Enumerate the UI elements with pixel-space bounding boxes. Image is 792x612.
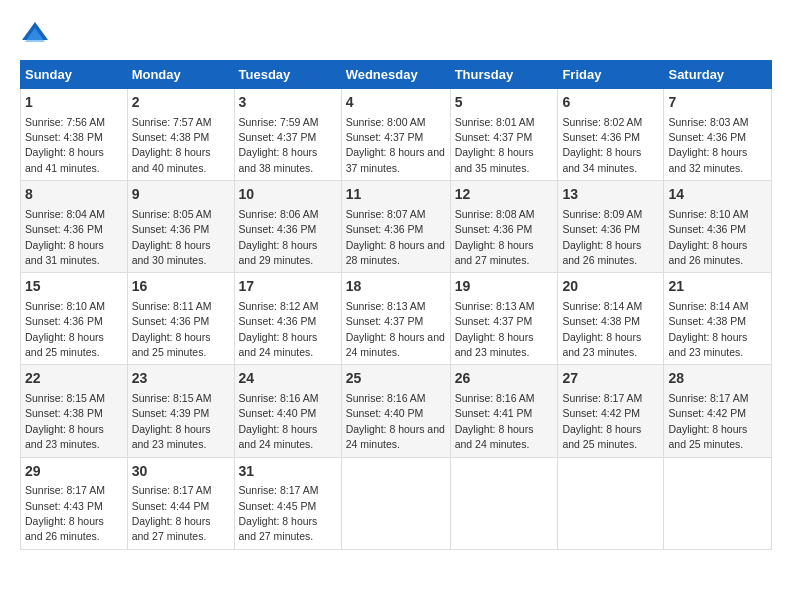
day-number: 15 xyxy=(25,277,123,297)
day-number: 8 xyxy=(25,185,123,205)
day-number: 2 xyxy=(132,93,230,113)
day-number: 5 xyxy=(455,93,554,113)
calendar-week-row: 15 Sunrise: 8:10 AMSunset: 4:36 PMDaylig… xyxy=(21,273,772,365)
day-number: 20 xyxy=(562,277,659,297)
day-info: Sunrise: 8:16 AMSunset: 4:40 PMDaylight:… xyxy=(239,392,319,450)
day-info: Sunrise: 8:14 AMSunset: 4:38 PMDaylight:… xyxy=(668,300,748,358)
day-number: 28 xyxy=(668,369,767,389)
calendar-cell: 22 Sunrise: 8:15 AMSunset: 4:38 PMDaylig… xyxy=(21,365,128,457)
col-header-sunday: Sunday xyxy=(21,61,128,89)
day-info: Sunrise: 8:15 AMSunset: 4:39 PMDaylight:… xyxy=(132,392,212,450)
day-info: Sunrise: 8:04 AMSunset: 4:36 PMDaylight:… xyxy=(25,208,105,266)
day-number: 24 xyxy=(239,369,337,389)
day-info: Sunrise: 8:00 AMSunset: 4:37 PMDaylight:… xyxy=(346,116,445,174)
day-info: Sunrise: 8:13 AMSunset: 4:37 PMDaylight:… xyxy=(346,300,445,358)
day-number: 26 xyxy=(455,369,554,389)
calendar-cell xyxy=(664,457,772,549)
page-header xyxy=(20,20,772,50)
day-number: 12 xyxy=(455,185,554,205)
day-info: Sunrise: 8:17 AMSunset: 4:43 PMDaylight:… xyxy=(25,484,105,542)
day-number: 29 xyxy=(25,462,123,482)
calendar-cell: 7 Sunrise: 8:03 AMSunset: 4:36 PMDayligh… xyxy=(664,89,772,181)
day-info: Sunrise: 8:06 AMSunset: 4:36 PMDaylight:… xyxy=(239,208,319,266)
calendar-cell: 2 Sunrise: 7:57 AMSunset: 4:38 PMDayligh… xyxy=(127,89,234,181)
day-info: Sunrise: 8:08 AMSunset: 4:36 PMDaylight:… xyxy=(455,208,535,266)
day-info: Sunrise: 8:07 AMSunset: 4:36 PMDaylight:… xyxy=(346,208,445,266)
day-info: Sunrise: 7:57 AMSunset: 4:38 PMDaylight:… xyxy=(132,116,212,174)
day-info: Sunrise: 8:11 AMSunset: 4:36 PMDaylight:… xyxy=(132,300,212,358)
calendar-cell: 26 Sunrise: 8:16 AMSunset: 4:41 PMDaylig… xyxy=(450,365,558,457)
day-info: Sunrise: 7:59 AMSunset: 4:37 PMDaylight:… xyxy=(239,116,319,174)
col-header-thursday: Thursday xyxy=(450,61,558,89)
day-number: 3 xyxy=(239,93,337,113)
calendar-cell: 13 Sunrise: 8:09 AMSunset: 4:36 PMDaylig… xyxy=(558,181,664,273)
calendar-week-row: 1 Sunrise: 7:56 AMSunset: 4:38 PMDayligh… xyxy=(21,89,772,181)
day-number: 19 xyxy=(455,277,554,297)
calendar-cell: 8 Sunrise: 8:04 AMSunset: 4:36 PMDayligh… xyxy=(21,181,128,273)
calendar-cell: 14 Sunrise: 8:10 AMSunset: 4:36 PMDaylig… xyxy=(664,181,772,273)
day-number: 31 xyxy=(239,462,337,482)
calendar-cell xyxy=(341,457,450,549)
calendar-cell: 5 Sunrise: 8:01 AMSunset: 4:37 PMDayligh… xyxy=(450,89,558,181)
col-header-saturday: Saturday xyxy=(664,61,772,89)
day-info: Sunrise: 8:03 AMSunset: 4:36 PMDaylight:… xyxy=(668,116,748,174)
day-info: Sunrise: 8:16 AMSunset: 4:41 PMDaylight:… xyxy=(455,392,535,450)
calendar-cell: 23 Sunrise: 8:15 AMSunset: 4:39 PMDaylig… xyxy=(127,365,234,457)
day-info: Sunrise: 8:17 AMSunset: 4:42 PMDaylight:… xyxy=(562,392,642,450)
calendar-cell: 16 Sunrise: 8:11 AMSunset: 4:36 PMDaylig… xyxy=(127,273,234,365)
day-info: Sunrise: 8:12 AMSunset: 4:36 PMDaylight:… xyxy=(239,300,319,358)
calendar-cell: 3 Sunrise: 7:59 AMSunset: 4:37 PMDayligh… xyxy=(234,89,341,181)
calendar-cell xyxy=(558,457,664,549)
day-number: 23 xyxy=(132,369,230,389)
day-info: Sunrise: 8:10 AMSunset: 4:36 PMDaylight:… xyxy=(668,208,748,266)
day-info: Sunrise: 8:05 AMSunset: 4:36 PMDaylight:… xyxy=(132,208,212,266)
calendar-cell: 25 Sunrise: 8:16 AMSunset: 4:40 PMDaylig… xyxy=(341,365,450,457)
day-info: Sunrise: 8:01 AMSunset: 4:37 PMDaylight:… xyxy=(455,116,535,174)
day-number: 22 xyxy=(25,369,123,389)
day-info: Sunrise: 8:17 AMSunset: 4:45 PMDaylight:… xyxy=(239,484,319,542)
logo-icon xyxy=(20,20,50,50)
calendar-cell: 19 Sunrise: 8:13 AMSunset: 4:37 PMDaylig… xyxy=(450,273,558,365)
calendar-cell: 1 Sunrise: 7:56 AMSunset: 4:38 PMDayligh… xyxy=(21,89,128,181)
calendar-week-row: 29 Sunrise: 8:17 AMSunset: 4:43 PMDaylig… xyxy=(21,457,772,549)
day-number: 16 xyxy=(132,277,230,297)
day-number: 17 xyxy=(239,277,337,297)
day-info: Sunrise: 7:56 AMSunset: 4:38 PMDaylight:… xyxy=(25,116,105,174)
calendar-cell: 31 Sunrise: 8:17 AMSunset: 4:45 PMDaylig… xyxy=(234,457,341,549)
calendar-cell: 21 Sunrise: 8:14 AMSunset: 4:38 PMDaylig… xyxy=(664,273,772,365)
day-info: Sunrise: 8:14 AMSunset: 4:38 PMDaylight:… xyxy=(562,300,642,358)
day-info: Sunrise: 8:15 AMSunset: 4:38 PMDaylight:… xyxy=(25,392,105,450)
day-info: Sunrise: 8:13 AMSunset: 4:37 PMDaylight:… xyxy=(455,300,535,358)
day-number: 30 xyxy=(132,462,230,482)
day-number: 1 xyxy=(25,93,123,113)
col-header-tuesday: Tuesday xyxy=(234,61,341,89)
col-header-friday: Friday xyxy=(558,61,664,89)
day-number: 21 xyxy=(668,277,767,297)
day-number: 7 xyxy=(668,93,767,113)
day-info: Sunrise: 8:17 AMSunset: 4:44 PMDaylight:… xyxy=(132,484,212,542)
logo xyxy=(20,20,54,50)
day-number: 4 xyxy=(346,93,446,113)
calendar-cell: 17 Sunrise: 8:12 AMSunset: 4:36 PMDaylig… xyxy=(234,273,341,365)
day-info: Sunrise: 8:02 AMSunset: 4:36 PMDaylight:… xyxy=(562,116,642,174)
day-number: 14 xyxy=(668,185,767,205)
calendar-cell: 24 Sunrise: 8:16 AMSunset: 4:40 PMDaylig… xyxy=(234,365,341,457)
calendar-cell: 6 Sunrise: 8:02 AMSunset: 4:36 PMDayligh… xyxy=(558,89,664,181)
day-number: 9 xyxy=(132,185,230,205)
col-header-monday: Monday xyxy=(127,61,234,89)
day-number: 25 xyxy=(346,369,446,389)
calendar-cell: 15 Sunrise: 8:10 AMSunset: 4:36 PMDaylig… xyxy=(21,273,128,365)
calendar-cell: 9 Sunrise: 8:05 AMSunset: 4:36 PMDayligh… xyxy=(127,181,234,273)
calendar-cell: 29 Sunrise: 8:17 AMSunset: 4:43 PMDaylig… xyxy=(21,457,128,549)
calendar-cell: 30 Sunrise: 8:17 AMSunset: 4:44 PMDaylig… xyxy=(127,457,234,549)
day-number: 10 xyxy=(239,185,337,205)
calendar-cell: 28 Sunrise: 8:17 AMSunset: 4:42 PMDaylig… xyxy=(664,365,772,457)
calendar-cell: 27 Sunrise: 8:17 AMSunset: 4:42 PMDaylig… xyxy=(558,365,664,457)
calendar-table: SundayMondayTuesdayWednesdayThursdayFrid… xyxy=(20,60,772,550)
calendar-week-row: 22 Sunrise: 8:15 AMSunset: 4:38 PMDaylig… xyxy=(21,365,772,457)
day-info: Sunrise: 8:17 AMSunset: 4:42 PMDaylight:… xyxy=(668,392,748,450)
day-number: 6 xyxy=(562,93,659,113)
day-info: Sunrise: 8:16 AMSunset: 4:40 PMDaylight:… xyxy=(346,392,445,450)
col-header-wednesday: Wednesday xyxy=(341,61,450,89)
day-info: Sunrise: 8:10 AMSunset: 4:36 PMDaylight:… xyxy=(25,300,105,358)
